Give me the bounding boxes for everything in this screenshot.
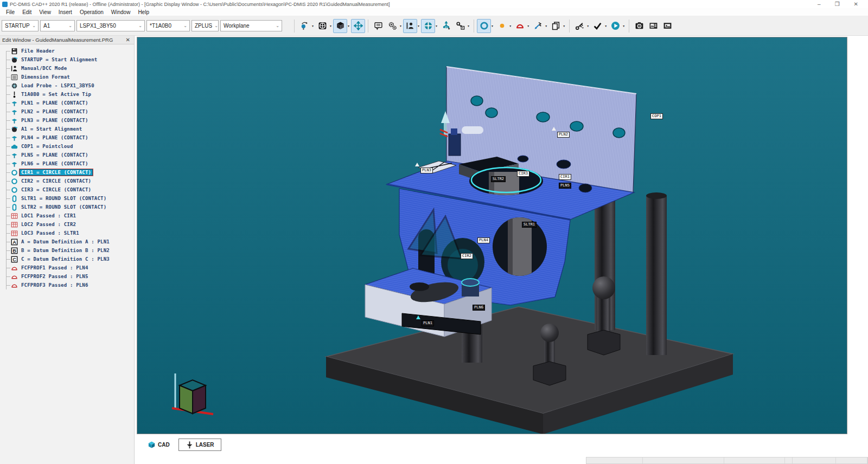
measure-button[interactable]	[531, 19, 545, 33]
play-button[interactable]	[608, 19, 622, 33]
tree-item-pln1[interactable]: PLN1 = PLANE (CONTACT)	[2, 99, 134, 107]
feature-label-pln5[interactable]: PLN5	[559, 183, 571, 189]
check-button[interactable]	[590, 19, 604, 33]
chevron-down-icon[interactable]: ⌄	[66, 23, 74, 28]
tab-cad[interactable]: CAD	[141, 439, 176, 450]
tree-item-loc2[interactable]: LOC2 Passed : CIR2	[2, 220, 134, 229]
menu-file[interactable]: File	[2, 9, 18, 15]
tree-item-cir1[interactable]: CIR1 = CIRCLE (CONTACT)	[2, 168, 134, 177]
tree-item-a1[interactable]: A1 = Start Alignment	[2, 125, 134, 133]
probe-rotate-dropdown-arrow[interactable]: ▾	[311, 24, 315, 28]
usb-probe-button[interactable]	[439, 19, 453, 33]
gears-dropdown-arrow[interactable]: ▾	[399, 24, 403, 28]
camera-button[interactable]	[632, 19, 646, 33]
edit-window-close-icon[interactable]: ✕	[124, 37, 132, 43]
combo-startup[interactable]: STARTUP⌄	[2, 20, 39, 31]
arc-profile-dropdown-arrow[interactable]: ▾	[527, 24, 531, 28]
tree-item-cop1[interactable]: COP1 = Pointcloud	[2, 142, 134, 151]
feature-label-cop1[interactable]: COP1	[650, 113, 663, 119]
tree-item-loc3[interactable]: LOC3 Passed : SLTR1	[2, 229, 134, 237]
chevron-down-icon[interactable]: ⌄	[212, 23, 220, 28]
tree-item-c[interactable]: CC = Datum Definition C : PLN3	[2, 255, 134, 263]
operator-button[interactable]	[403, 19, 417, 33]
tab-laser[interactable]: LASER	[178, 439, 221, 451]
circle-feature-button[interactable]	[477, 19, 491, 33]
tree-item-cir2[interactable]: CIR2 = CIRCLE (CONTACT)	[2, 177, 134, 185]
print-img-button[interactable]	[660, 19, 674, 33]
tree-item-fcfprof2[interactable]: FCFPROF2 Passed : PLN5	[2, 272, 134, 281]
combo-workplane[interactable]: Workplane⌄	[220, 20, 282, 31]
feature-label-pln1[interactable]: PLN1	[422, 320, 434, 326]
circle-feature-dropdown-arrow[interactable]: ▾	[491, 24, 495, 28]
chevron-down-icon[interactable]: ⌄	[30, 23, 38, 28]
point-button[interactable]	[495, 19, 509, 33]
tree-item-pln3[interactable]: PLN3 = PLANE (CONTACT)	[2, 116, 134, 125]
cube-dropdown-arrow[interactable]: ▾	[347, 24, 351, 28]
feature-label-cir2[interactable]: CIR2	[461, 253, 473, 259]
tree-item-pln5[interactable]: PLN5 = PLANE (CONTACT)	[2, 151, 134, 159]
operator-dropdown-arrow[interactable]: ▾	[417, 24, 421, 28]
play-dropdown-arrow[interactable]: ▾	[622, 24, 626, 28]
gears-button[interactable]	[385, 19, 399, 33]
wheel-dropdown-arrow[interactable]: ▾	[435, 24, 439, 28]
chevron-down-icon[interactable]: ⌄	[181, 23, 189, 28]
key-flag-dropdown-arrow[interactable]: ▾	[467, 24, 471, 28]
tree-item-pln2[interactable]: PLN2 = PLANE (CONTACT)	[2, 107, 134, 116]
close-button[interactable]: ✕	[854, 2, 858, 7]
menu-help[interactable]: Help	[134, 9, 153, 15]
tree-item-pln6[interactable]: PLN6 = PLANE (CONTACT)	[2, 159, 134, 168]
point-dropdown-arrow[interactable]: ▾	[509, 24, 513, 28]
feature-label-cir1[interactable]: CIR1	[559, 174, 571, 180]
tree-item-sltr1[interactable]: SLTR1 = ROUND SLOT (CONTACT)	[2, 194, 134, 203]
feature-label-sltr2[interactable]: SLTR2	[491, 176, 506, 182]
cad-viewport[interactable]: PLN2COP1PLN3SLTR2CIR3CIR1PLN5SLTR1PLN4CI…	[137, 37, 847, 434]
copy-button[interactable]	[548, 19, 563, 33]
feature-label-pln4[interactable]: PLN4	[477, 237, 490, 243]
menu-edit[interactable]: Edit	[18, 9, 35, 15]
tree-item-startup[interactable]: STARTUP = Start Alignment	[2, 55, 134, 64]
path-key-dropdown-arrow[interactable]: ▾	[586, 24, 590, 28]
tree-item-file[interactable]: File Header	[2, 47, 134, 55]
tree-item-fcfprof1[interactable]: FCFPROF1 Passed : PLN4	[2, 263, 134, 272]
comment-button[interactable]	[371, 19, 385, 33]
check-dropdown-arrow[interactable]: ▾	[604, 24, 608, 28]
tree-item-a[interactable]: AA = Datum Definition A : PLN1	[2, 237, 134, 246]
wheel-button[interactable]	[421, 19, 435, 33]
view-cube-dropdown-arrow[interactable]: ▾	[329, 24, 333, 28]
menu-window[interactable]: Window	[107, 9, 135, 15]
feature-label-sltr1[interactable]: SLTR1	[522, 222, 537, 228]
cube-button[interactable]	[333, 19, 347, 33]
tree-item-cir3[interactable]: CIR3 = CIRCLE (CONTACT)	[2, 185, 134, 194]
menu-operation[interactable]: Operation	[76, 9, 107, 15]
tree-item-fcfprof3[interactable]: FCFPROF3 Passed : PLN6	[2, 281, 134, 289]
tree-item-loc1[interactable]: LOC1 Passed : CIR1	[2, 211, 134, 220]
menu-insert[interactable]: Insert	[55, 9, 76, 15]
tree-item-t1a0b0[interactable]: T1A0B0 = Set Active Tip	[2, 90, 134, 99]
report-img-button[interactable]	[646, 19, 660, 33]
tree-item-load[interactable]: Load Probe - LSPX1_3BY50	[2, 81, 134, 90]
tree-item-sltr2[interactable]: SLTR2 = ROUND SLOT (CONTACT)	[2, 203, 134, 211]
tree-item-manualdcc[interactable]: Manual/DCC Mode	[2, 64, 134, 73]
view-cube-button[interactable]	[315, 19, 329, 33]
pan-button[interactable]	[351, 19, 365, 33]
feature-label-pln2[interactable]: PLN2	[557, 132, 570, 138]
combo-zplus[interactable]: ZPLUS⌄	[192, 20, 219, 31]
tree-item-pln4[interactable]: PLN4 = PLANE (CONTACT)	[2, 133, 134, 142]
combo-t1a0b0[interactable]: *T1A0B0⌄	[146, 20, 190, 31]
menu-view[interactable]: View	[35, 9, 55, 15]
chevron-down-icon[interactable]: ⌄	[136, 23, 144, 28]
tree-item-b[interactable]: BB = Datum Definition B : PLN2	[2, 246, 134, 255]
combo-a1[interactable]: A1⌄	[40, 20, 75, 31]
tree-item-dimension[interactable]: Dimension Format	[2, 73, 134, 81]
arc-profile-button[interactable]	[513, 19, 527, 33]
minimize-button[interactable]: –	[818, 2, 821, 7]
chevron-down-icon[interactable]: ⌄	[273, 23, 282, 28]
probe-rotate-button[interactable]	[297, 19, 311, 33]
combo-lspx13by50[interactable]: LSPX1_3BY50⌄	[76, 20, 145, 31]
feature-label-cir3[interactable]: CIR3	[517, 171, 529, 177]
key-flag-button[interactable]	[453, 19, 467, 33]
measure-dropdown-arrow[interactable]: ▾	[545, 24, 548, 28]
copy-dropdown-arrow[interactable]: ▾	[563, 24, 566, 28]
path-key-button[interactable]	[572, 19, 586, 33]
restore-button[interactable]: ❐	[835, 2, 840, 7]
